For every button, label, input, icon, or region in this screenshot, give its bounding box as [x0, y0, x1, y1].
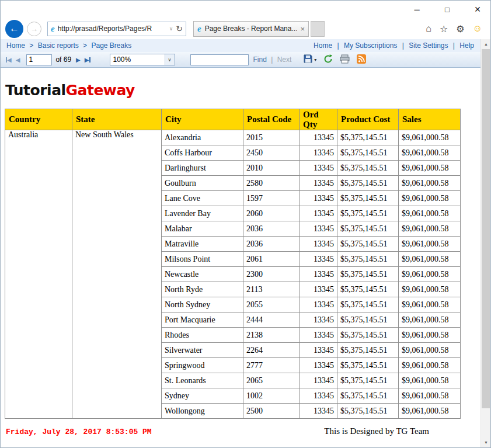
export-save-icon [303, 54, 313, 65]
breadcrumb: Home > Basic reports > Page Breaks [6, 41, 131, 50]
new-tab-button[interactable] [311, 21, 325, 37]
ord-qty-cell: 13345 [300, 145, 337, 161]
product-cost-cell: $5,375,145.51 [337, 282, 399, 297]
header-row: Country State City Postal Code Ord Qty P… [5, 109, 461, 130]
link-separator: | [402, 41, 404, 50]
back-arrow-icon: ← [9, 23, 19, 34]
postal-code-cell: 2500 [243, 404, 300, 419]
column-header-state: State [72, 109, 162, 130]
forward-arrow-icon: → [30, 25, 38, 33]
scroll-up-button[interactable]: ▲ [481, 39, 491, 49]
maximize-button[interactable]: □ [441, 5, 453, 14]
ord-qty-cell: 13345 [300, 176, 337, 191]
logo-text-tutorial: Tutorial [5, 82, 66, 99]
data-feed-button[interactable] [357, 54, 366, 65]
city-cell: Milsons Point [162, 252, 243, 267]
postal-code-cell: 2036 [243, 237, 300, 252]
find-text-input[interactable] [190, 54, 249, 65]
zoom-select[interactable]: 100% ∨ [110, 54, 175, 65]
browser-window: ─ □ × ← → e http://prasad/Reports/Pages/… [0, 0, 491, 448]
city-cell: Wollongong [162, 404, 243, 419]
feedback-smiley-icon[interactable]: ☺ [473, 23, 482, 34]
city-cell: Springwood [162, 358, 243, 373]
print-button[interactable] [340, 54, 350, 65]
link-site-settings[interactable]: Site Settings [409, 41, 448, 50]
tab-close-icon[interactable]: × [300, 25, 305, 33]
product-cost-cell: $5,375,145.51 [337, 267, 399, 282]
postal-code-cell: 2065 [243, 373, 300, 388]
ord-qty-cell: 13345 [300, 343, 337, 358]
designed-by-note: This is Designed by TG Team [324, 426, 429, 436]
sales-cell: $9,061,000.58 [399, 206, 461, 221]
report-table-body: AustraliaNew South WalesAlexandria201513… [5, 130, 461, 419]
column-header-sales: Sales [399, 109, 461, 130]
product-cost-cell: $5,375,145.51 [337, 297, 399, 312]
sales-cell: $9,061,000.58 [399, 252, 461, 267]
back-button[interactable]: ← [5, 20, 23, 38]
sales-cell: $9,061,000.58 [399, 312, 461, 328]
report-content: TutorialGateway Country State City Posta… [1, 68, 480, 447]
vertical-scrollbar[interactable]: ▲ ▼ [480, 39, 490, 447]
sales-cell: $9,061,000.58 [399, 282, 461, 297]
url-text: http://prasad/Reports/Pages/R [58, 25, 166, 33]
scrollbar-thumb[interactable] [482, 49, 490, 408]
link-help[interactable]: Help [459, 41, 474, 50]
postal-code-cell: 1597 [243, 191, 300, 206]
postal-code-cell: 2036 [243, 221, 300, 237]
product-cost-cell: $5,375,145.51 [337, 176, 399, 191]
logo-text-gateway: Gateway [66, 82, 135, 99]
ord-qty-cell: 13345 [300, 358, 337, 373]
sales-cell: $9,061,000.58 [399, 388, 461, 404]
ord-qty-cell: 13345 [300, 191, 337, 206]
sales-cell: $9,061,000.58 [399, 176, 461, 191]
city-cell: North Ryde [162, 282, 243, 297]
settings-gear-icon[interactable]: ⚙ [456, 23, 464, 34]
home-icon[interactable]: ⌂ [426, 23, 431, 34]
find-button[interactable]: Find [253, 55, 267, 64]
first-page-button[interactable]: ◀ [6, 57, 12, 63]
printer-icon [340, 54, 350, 65]
link-home[interactable]: Home [314, 41, 332, 50]
ord-qty-cell: 13345 [300, 388, 337, 404]
postal-code-cell: 2138 [243, 328, 300, 343]
postal-code-cell: 2300 [243, 267, 300, 282]
product-cost-cell: $5,375,145.51 [337, 312, 399, 328]
refresh-report-button[interactable] [323, 54, 333, 65]
link-my-subscriptions[interactable]: My Subscriptions [344, 41, 397, 50]
forward-button[interactable]: → [27, 22, 41, 36]
ord-qty-cell: 13345 [300, 312, 337, 328]
find-controls: Find | Next [253, 55, 292, 64]
scroll-down-button[interactable]: ▼ [481, 437, 491, 447]
sales-cell: $9,061,000.58 [399, 191, 461, 206]
address-bar[interactable]: e http://prasad/Reports/Pages/R ∨ ↻ [47, 22, 186, 36]
favorites-star-icon[interactable]: ☆ [440, 23, 448, 34]
browser-tab[interactable]: e Page Breaks - Report Mana... × [193, 21, 309, 37]
breadcrumb-home[interactable]: Home [6, 41, 25, 50]
previous-page-button[interactable]: ◀ [16, 57, 20, 63]
postal-code-cell: 2580 [243, 176, 300, 191]
refresh-page-icon[interactable]: ↻ [176, 24, 183, 33]
ord-qty-cell: 13345 [300, 161, 337, 176]
tutorial-gateway-logo: TutorialGateway [5, 82, 480, 99]
city-cell: Rhodes [162, 328, 243, 343]
find-next-button[interactable]: Next [277, 55, 292, 64]
breadcrumb-basic-reports[interactable]: Basic reports [38, 41, 79, 50]
next-page-button[interactable]: ▶ [76, 57, 81, 63]
address-dropdown-icon[interactable]: ∨ [169, 26, 173, 32]
page-number-input[interactable] [26, 54, 52, 65]
ord-qty-cell: 13345 [300, 252, 337, 267]
postal-code-cell: 2264 [243, 343, 300, 358]
column-header-product-cost: Product Cost [337, 109, 399, 130]
ord-qty-cell: 13345 [300, 206, 337, 221]
column-header-city: City [162, 109, 243, 130]
breadcrumb-page-breaks[interactable]: Page Breaks [91, 41, 131, 50]
postal-code-cell: 2061 [243, 252, 300, 267]
close-button[interactable]: × [472, 4, 483, 16]
sales-cell: $9,061,000.58 [399, 343, 461, 358]
minimize-button[interactable]: ─ [411, 5, 423, 14]
sales-cell: $9,061,000.58 [399, 237, 461, 252]
export-button[interactable]: ▾ [303, 54, 316, 65]
postal-code-cell: 2444 [243, 312, 300, 328]
last-page-button[interactable]: ▶ [85, 57, 90, 63]
ord-qty-cell: 13345 [300, 237, 337, 252]
